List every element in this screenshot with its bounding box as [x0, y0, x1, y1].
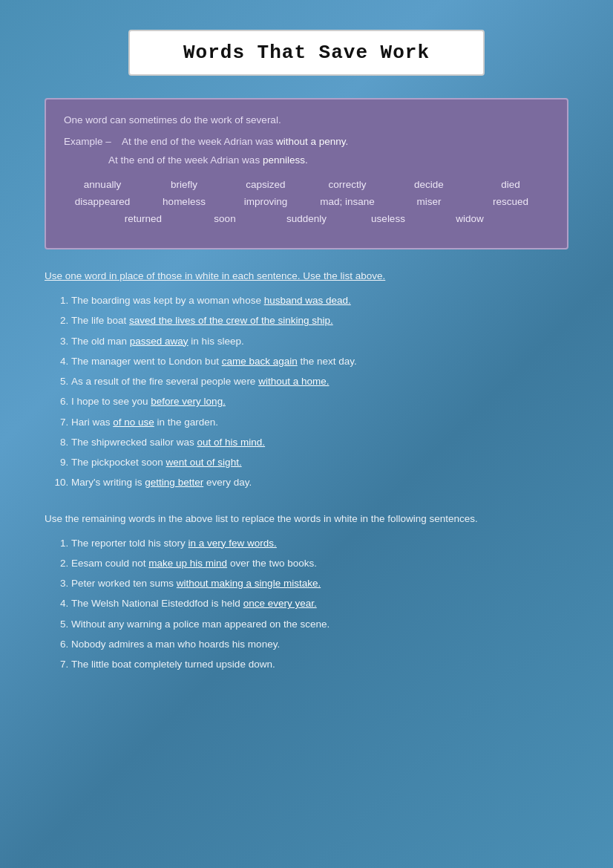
intro-text: One word can sometimes do the work of se…: [64, 114, 549, 125]
title-box: Words That Save Work: [128, 30, 485, 76]
list-item: Without any warning a police man appeare…: [71, 617, 568, 632]
word-widow: widow: [436, 213, 503, 224]
list-item: I hope to see you before very long.: [71, 394, 568, 409]
word-decide: decide: [396, 179, 462, 190]
word-row-3: returned soon suddenly useless widow: [64, 213, 549, 224]
list-item: Mary's writing is getting better every d…: [71, 475, 568, 490]
word-capsized: capsized: [232, 179, 299, 190]
section1-instruction: Use one word in place of those in white …: [45, 270, 568, 281]
list-item: Eesam could not make up his mind over th…: [71, 556, 568, 571]
word-soon: soon: [191, 213, 258, 224]
list-item: Peter worked ten sums without making a s…: [71, 576, 568, 591]
word-suddenly: suddenly: [273, 213, 340, 224]
word-homeless: homeless: [151, 196, 217, 207]
word-improving: improving: [232, 196, 299, 207]
word-useless: useless: [355, 213, 422, 224]
word-annually: annually: [69, 179, 136, 190]
word-miser: miser: [396, 196, 462, 207]
section1-list: The boarding was kept by a woman whose h…: [71, 293, 568, 491]
list-item: The reporter told his story in a very fe…: [71, 536, 568, 551]
example-label: Example – At the end of the week Adrian …: [64, 136, 549, 147]
list-item: The manager went to London but came back…: [71, 354, 568, 369]
page-title: Words That Save Work: [152, 42, 461, 64]
list-item: The old man passed away in his sleep.: [71, 334, 568, 349]
word-row-2: disappeared homeless improving mad; insa…: [64, 196, 549, 207]
list-item: The boarding was kept by a woman whose h…: [71, 293, 568, 308]
list-item: Nobody admires a man who hoards his mone…: [71, 637, 568, 652]
list-item: The shipwrecked sailor was out of his mi…: [71, 435, 568, 450]
word-mad-insane: mad; insane: [314, 196, 381, 207]
list-item: Hari was of no use in the garden.: [71, 415, 568, 430]
word-died: died: [477, 179, 544, 190]
word-returned: returned: [110, 213, 177, 224]
word-correctly: correctly: [314, 179, 381, 190]
list-item: The life boat saved the lives of the cre…: [71, 313, 568, 328]
word-briefly: briefly: [151, 179, 217, 190]
example-line2: At the end of the week Adrian was pennil…: [108, 154, 549, 166]
word-grid: annually briefly capsized correctly deci…: [64, 179, 549, 230]
section2-instruction: Use the remaining words in the above lis…: [45, 513, 568, 524]
list-item: The pickpocket soon went out of sight.: [71, 455, 568, 470]
word-row-1: annually briefly capsized correctly deci…: [64, 179, 549, 190]
section2-list: The reporter told his story in a very fe…: [71, 536, 568, 673]
purple-box: One word can sometimes do the work of se…: [45, 98, 568, 249]
list-item: The Welsh National Eisteddfod is held on…: [71, 596, 568, 611]
word-disappeared: disappeared: [69, 196, 136, 207]
list-item: As a result of the fire several people w…: [71, 374, 568, 389]
word-rescued: rescued: [477, 196, 544, 207]
list-item: The little boat completely turned upside…: [71, 657, 568, 672]
